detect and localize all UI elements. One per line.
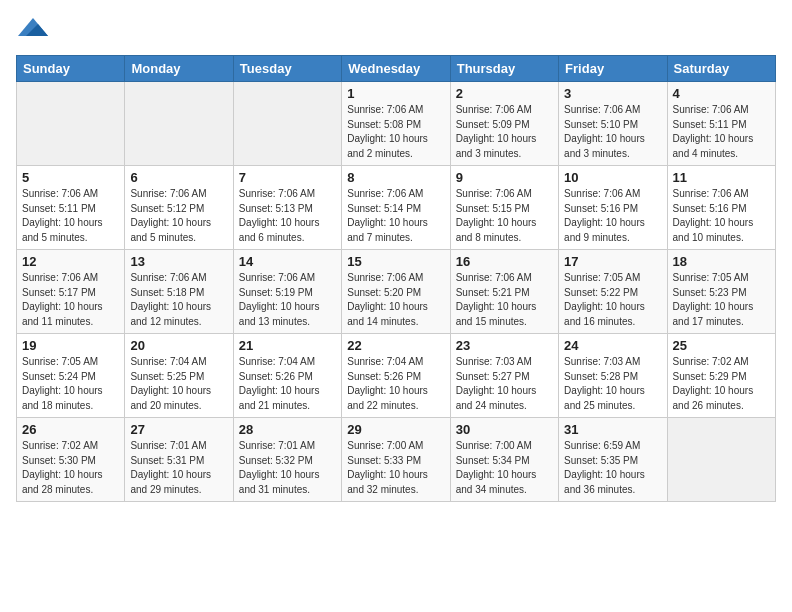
day-info: Sunrise: 7:04 AMSunset: 5:26 PMDaylight:…: [347, 355, 444, 413]
day-number: 22: [347, 338, 444, 353]
calendar-cell: 18Sunrise: 7:05 AMSunset: 5:23 PMDayligh…: [667, 250, 775, 334]
day-info: Sunrise: 7:06 AMSunset: 5:19 PMDaylight:…: [239, 271, 336, 329]
day-info: Sunrise: 7:00 AMSunset: 5:34 PMDaylight:…: [456, 439, 553, 497]
day-info: Sunrise: 7:03 AMSunset: 5:28 PMDaylight:…: [564, 355, 661, 413]
day-number: 24: [564, 338, 661, 353]
day-info: Sunrise: 7:06 AMSunset: 5:09 PMDaylight:…: [456, 103, 553, 161]
calendar-week-row: 5Sunrise: 7:06 AMSunset: 5:11 PMDaylight…: [17, 166, 776, 250]
weekday-header-monday: Monday: [125, 56, 233, 82]
day-info: Sunrise: 7:06 AMSunset: 5:12 PMDaylight:…: [130, 187, 227, 245]
day-number: 23: [456, 338, 553, 353]
calendar-cell: 11Sunrise: 7:06 AMSunset: 5:16 PMDayligh…: [667, 166, 775, 250]
calendar-cell: 21Sunrise: 7:04 AMSunset: 5:26 PMDayligh…: [233, 334, 341, 418]
header: [16, 16, 776, 45]
day-number: 2: [456, 86, 553, 101]
day-info: Sunrise: 7:05 AMSunset: 5:22 PMDaylight:…: [564, 271, 661, 329]
day-info: Sunrise: 7:04 AMSunset: 5:25 PMDaylight:…: [130, 355, 227, 413]
day-number: 11: [673, 170, 770, 185]
weekday-header-friday: Friday: [559, 56, 667, 82]
day-info: Sunrise: 7:06 AMSunset: 5:17 PMDaylight:…: [22, 271, 119, 329]
calendar-cell: 24Sunrise: 7:03 AMSunset: 5:28 PMDayligh…: [559, 334, 667, 418]
calendar-cell: 2Sunrise: 7:06 AMSunset: 5:09 PMDaylight…: [450, 82, 558, 166]
day-info: Sunrise: 7:01 AMSunset: 5:32 PMDaylight:…: [239, 439, 336, 497]
day-number: 27: [130, 422, 227, 437]
weekday-header-sunday: Sunday: [17, 56, 125, 82]
calendar-cell: [233, 82, 341, 166]
calendar-week-row: 1Sunrise: 7:06 AMSunset: 5:08 PMDaylight…: [17, 82, 776, 166]
day-number: 8: [347, 170, 444, 185]
weekday-header-wednesday: Wednesday: [342, 56, 450, 82]
weekday-header-saturday: Saturday: [667, 56, 775, 82]
day-number: 1: [347, 86, 444, 101]
weekday-header-row: SundayMondayTuesdayWednesdayThursdayFrid…: [17, 56, 776, 82]
calendar-week-row: 19Sunrise: 7:05 AMSunset: 5:24 PMDayligh…: [17, 334, 776, 418]
calendar-cell: 1Sunrise: 7:06 AMSunset: 5:08 PMDaylight…: [342, 82, 450, 166]
calendar-cell: 23Sunrise: 7:03 AMSunset: 5:27 PMDayligh…: [450, 334, 558, 418]
logo-text: [16, 16, 48, 45]
day-info: Sunrise: 7:01 AMSunset: 5:31 PMDaylight:…: [130, 439, 227, 497]
calendar-cell: 16Sunrise: 7:06 AMSunset: 5:21 PMDayligh…: [450, 250, 558, 334]
day-info: Sunrise: 7:06 AMSunset: 5:20 PMDaylight:…: [347, 271, 444, 329]
day-number: 10: [564, 170, 661, 185]
day-number: 29: [347, 422, 444, 437]
calendar-cell: [17, 82, 125, 166]
calendar-cell: 25Sunrise: 7:02 AMSunset: 5:29 PMDayligh…: [667, 334, 775, 418]
calendar-cell: [125, 82, 233, 166]
day-number: 31: [564, 422, 661, 437]
logo-icon: [18, 16, 48, 40]
day-info: Sunrise: 7:06 AMSunset: 5:21 PMDaylight:…: [456, 271, 553, 329]
day-info: Sunrise: 7:06 AMSunset: 5:14 PMDaylight:…: [347, 187, 444, 245]
day-number: 14: [239, 254, 336, 269]
calendar-cell: 31Sunrise: 6:59 AMSunset: 5:35 PMDayligh…: [559, 418, 667, 502]
day-info: Sunrise: 7:05 AMSunset: 5:23 PMDaylight:…: [673, 271, 770, 329]
day-number: 7: [239, 170, 336, 185]
day-number: 15: [347, 254, 444, 269]
calendar-cell: 15Sunrise: 7:06 AMSunset: 5:20 PMDayligh…: [342, 250, 450, 334]
day-number: 6: [130, 170, 227, 185]
logo: [16, 16, 48, 45]
calendar-cell: 3Sunrise: 7:06 AMSunset: 5:10 PMDaylight…: [559, 82, 667, 166]
calendar-cell: 14Sunrise: 7:06 AMSunset: 5:19 PMDayligh…: [233, 250, 341, 334]
day-number: 17: [564, 254, 661, 269]
calendar-cell: 6Sunrise: 7:06 AMSunset: 5:12 PMDaylight…: [125, 166, 233, 250]
weekday-header-thursday: Thursday: [450, 56, 558, 82]
calendar-cell: 17Sunrise: 7:05 AMSunset: 5:22 PMDayligh…: [559, 250, 667, 334]
day-number: 16: [456, 254, 553, 269]
day-info: Sunrise: 7:06 AMSunset: 5:18 PMDaylight:…: [130, 271, 227, 329]
calendar-cell: 30Sunrise: 7:00 AMSunset: 5:34 PMDayligh…: [450, 418, 558, 502]
day-info: Sunrise: 7:02 AMSunset: 5:29 PMDaylight:…: [673, 355, 770, 413]
day-number: 9: [456, 170, 553, 185]
calendar-cell: 12Sunrise: 7:06 AMSunset: 5:17 PMDayligh…: [17, 250, 125, 334]
day-info: Sunrise: 7:06 AMSunset: 5:10 PMDaylight:…: [564, 103, 661, 161]
day-info: Sunrise: 7:06 AMSunset: 5:11 PMDaylight:…: [673, 103, 770, 161]
day-info: Sunrise: 7:02 AMSunset: 5:30 PMDaylight:…: [22, 439, 119, 497]
day-info: Sunrise: 7:06 AMSunset: 5:15 PMDaylight:…: [456, 187, 553, 245]
day-number: 28: [239, 422, 336, 437]
day-info: Sunrise: 7:06 AMSunset: 5:08 PMDaylight:…: [347, 103, 444, 161]
day-number: 12: [22, 254, 119, 269]
day-number: 4: [673, 86, 770, 101]
day-info: Sunrise: 7:04 AMSunset: 5:26 PMDaylight:…: [239, 355, 336, 413]
calendar-week-row: 26Sunrise: 7:02 AMSunset: 5:30 PMDayligh…: [17, 418, 776, 502]
day-info: Sunrise: 7:00 AMSunset: 5:33 PMDaylight:…: [347, 439, 444, 497]
day-number: 3: [564, 86, 661, 101]
calendar-cell: 20Sunrise: 7:04 AMSunset: 5:25 PMDayligh…: [125, 334, 233, 418]
calendar-cell: [667, 418, 775, 502]
calendar-cell: 4Sunrise: 7:06 AMSunset: 5:11 PMDaylight…: [667, 82, 775, 166]
day-info: Sunrise: 7:06 AMSunset: 5:11 PMDaylight:…: [22, 187, 119, 245]
calendar-cell: 29Sunrise: 7:00 AMSunset: 5:33 PMDayligh…: [342, 418, 450, 502]
day-number: 20: [130, 338, 227, 353]
day-number: 5: [22, 170, 119, 185]
day-number: 26: [22, 422, 119, 437]
calendar-cell: 7Sunrise: 7:06 AMSunset: 5:13 PMDaylight…: [233, 166, 341, 250]
calendar-cell: 5Sunrise: 7:06 AMSunset: 5:11 PMDaylight…: [17, 166, 125, 250]
calendar-table: SundayMondayTuesdayWednesdayThursdayFrid…: [16, 55, 776, 502]
day-info: Sunrise: 7:06 AMSunset: 5:13 PMDaylight:…: [239, 187, 336, 245]
calendar-cell: 13Sunrise: 7:06 AMSunset: 5:18 PMDayligh…: [125, 250, 233, 334]
day-number: 30: [456, 422, 553, 437]
calendar-cell: 27Sunrise: 7:01 AMSunset: 5:31 PMDayligh…: [125, 418, 233, 502]
day-info: Sunrise: 7:05 AMSunset: 5:24 PMDaylight:…: [22, 355, 119, 413]
day-number: 19: [22, 338, 119, 353]
day-info: Sunrise: 6:59 AMSunset: 5:35 PMDaylight:…: [564, 439, 661, 497]
day-number: 21: [239, 338, 336, 353]
